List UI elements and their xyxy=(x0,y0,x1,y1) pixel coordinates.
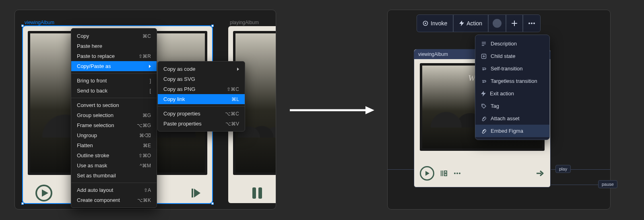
menu-item-tag[interactable]: Tag xyxy=(475,100,549,112)
transition-line xyxy=(388,169,414,170)
menu-item-shortcut: ⌘⌫ xyxy=(139,133,151,138)
menu-item-label: Description xyxy=(491,41,517,47)
svg-point-17 xyxy=(459,173,460,174)
loop-icon xyxy=(481,78,487,84)
menu-item-bring-front[interactable]: Bring to front ] xyxy=(71,76,157,86)
menu-item-shortcut: ⌥⌘C xyxy=(225,111,239,117)
menu-item-label: Copy/Paste as xyxy=(77,63,111,69)
skip-icon[interactable] xyxy=(188,184,206,202)
menu-item-label: Bring to front xyxy=(77,78,107,84)
color-swatch-button[interactable] xyxy=(488,14,506,32)
svg-marker-19 xyxy=(481,91,486,97)
menu-item-shortcut: ⇧⌘C xyxy=(227,86,239,92)
resize-handle-icon[interactable] xyxy=(211,202,214,205)
attachment-icon xyxy=(481,128,487,134)
menu-item-convert-section[interactable]: Convert to section xyxy=(71,100,157,110)
menu-separator xyxy=(158,106,245,107)
menu-item-paste-replace[interactable]: Paste to replace ⇧⌘R xyxy=(71,51,157,61)
add-box-icon xyxy=(481,53,487,59)
menu-item-label: Convert to section xyxy=(77,102,119,108)
ellipsis-icon[interactable] xyxy=(454,172,461,175)
menu-item-copy-as-png[interactable]: Copy as PNG ⇧⌘C xyxy=(158,84,245,94)
svg-marker-3 xyxy=(194,189,200,197)
menu-item-label: Attach asset xyxy=(491,115,520,121)
menu-item-label: Copy as code xyxy=(163,66,196,72)
ellipsis-icon xyxy=(528,22,535,25)
transition-label-play[interactable]: play xyxy=(555,165,571,173)
library-add-icon[interactable] xyxy=(440,169,448,177)
menu-item-label: Use as mask xyxy=(77,162,107,169)
resize-handle-icon[interactable] xyxy=(21,202,24,205)
resize-handle-icon[interactable] xyxy=(21,25,24,27)
plus-icon xyxy=(511,20,518,27)
menu-item-shortcut: ⇧⌘R xyxy=(138,53,151,59)
menu-item-label: Tag xyxy=(491,103,499,109)
play-icon[interactable] xyxy=(420,166,434,181)
menu-item-shortcut: ⌘G xyxy=(142,113,151,118)
menu-item-label: Embed Figma xyxy=(491,128,523,134)
invoke-button[interactable]: Invoke xyxy=(417,14,453,32)
menu-item-copy[interactable]: Copy ⌘C xyxy=(71,31,157,41)
menu-item-use-as-mask[interactable]: Use as mask ^⌘M xyxy=(71,160,157,171)
menu-item-frame-selection[interactable]: Frame selection ⌥⌘G xyxy=(71,120,157,130)
menu-item-label: Outline stroke xyxy=(77,152,109,158)
menu-item-targetless-transition[interactable]: Targetless transition xyxy=(475,75,549,87)
menu-item-label: Send to back xyxy=(77,88,107,94)
menu-item-label: Copy xyxy=(77,33,89,39)
action-button[interactable]: Action xyxy=(453,14,488,32)
menu-item-label: Frame selection xyxy=(77,122,114,128)
svg-point-11 xyxy=(528,23,530,24)
menu-item-label: Paste here xyxy=(77,43,102,49)
menu-item-shortcut: ⌥⌘V xyxy=(225,121,239,127)
context-menu: Copy ⌘C Paste here Paste to replace ⇧⌘R … xyxy=(71,28,157,208)
add-button[interactable] xyxy=(506,14,523,32)
resize-handle-icon[interactable] xyxy=(211,25,214,27)
menu-item-attach-asset[interactable]: Attach asset xyxy=(475,112,549,125)
svg-point-20 xyxy=(483,105,483,105)
menu-item-shortcut: ⌥⌘K xyxy=(137,197,151,203)
bolt-icon xyxy=(481,91,486,97)
frame-label-viewing[interactable]: viewingAlbum xyxy=(25,20,54,25)
menu-item-label: Copy as SVG xyxy=(163,76,195,82)
menu-item-label: Paste to replace xyxy=(77,53,115,59)
menu-item-shortcut: [ xyxy=(150,88,151,94)
menu-item-copy-paste-as[interactable]: Copy/Paste as xyxy=(71,61,157,71)
menu-item-ungroup[interactable]: Ungroup ⌘⌫ xyxy=(71,130,157,140)
menu-item-outline-stroke[interactable]: Outline stroke ⇧⌘O xyxy=(71,150,157,160)
lines-icon xyxy=(481,41,487,47)
frame-label-playing[interactable]: playingAlbum xyxy=(230,20,259,25)
play-icon[interactable] xyxy=(35,184,53,202)
menu-item-label: Copy link xyxy=(163,96,185,102)
menu-item-add-auto-layout[interactable]: Add auto layout ⇧A xyxy=(71,185,157,195)
svg-point-9 xyxy=(425,23,426,24)
arrow-right-icon[interactable] xyxy=(536,169,545,177)
menu-item-flatten[interactable]: Flatten ⌘E xyxy=(71,140,157,150)
svg-rect-5 xyxy=(258,187,262,199)
menu-item-send-back[interactable]: Send to back [ xyxy=(71,86,157,96)
menu-item-label: Copy properties xyxy=(163,111,200,117)
menu-item-group-selection[interactable]: Group selection ⌘G xyxy=(71,110,157,120)
menu-item-embed-figma[interactable]: Embed Figma xyxy=(475,125,549,137)
menu-item-self-transition[interactable]: Self-transition xyxy=(475,62,549,75)
svg-point-16 xyxy=(456,173,458,174)
menu-item-label: Exit action xyxy=(490,90,514,97)
more-button[interactable] xyxy=(523,14,541,32)
menu-item-copy-link[interactable]: Copy link ⌘L xyxy=(158,94,245,104)
menu-item-set-thumbnail[interactable]: Set as thumbnail xyxy=(71,171,157,181)
menu-item-label: Child state xyxy=(491,53,515,59)
svg-marker-1 xyxy=(42,189,48,197)
menu-item-create-component[interactable]: Create component ⌥⌘K xyxy=(71,195,157,205)
menu-item-paste-properties[interactable]: Paste properties ⌥⌘V xyxy=(158,119,245,129)
menu-item-exit-action[interactable]: Exit action xyxy=(475,87,549,100)
menu-item-copy-as-code[interactable]: Copy as code xyxy=(158,64,245,74)
svg-marker-7 xyxy=(365,106,374,114)
menu-item-shortcut: ] xyxy=(150,78,151,84)
menu-item-description[interactable]: Description xyxy=(475,37,549,50)
menu-item-child-state[interactable]: Child state xyxy=(475,50,549,62)
transition-label-pause[interactable]: pause xyxy=(598,180,617,188)
menu-item-copy-as-svg[interactable]: Copy as SVG xyxy=(158,74,245,84)
menu-item-copy-properties[interactable]: Copy properties ⌥⌘C xyxy=(158,109,245,119)
pause-icon[interactable] xyxy=(248,184,266,202)
menu-item-paste-here[interactable]: Paste here xyxy=(71,41,157,51)
album-controls xyxy=(420,165,545,181)
